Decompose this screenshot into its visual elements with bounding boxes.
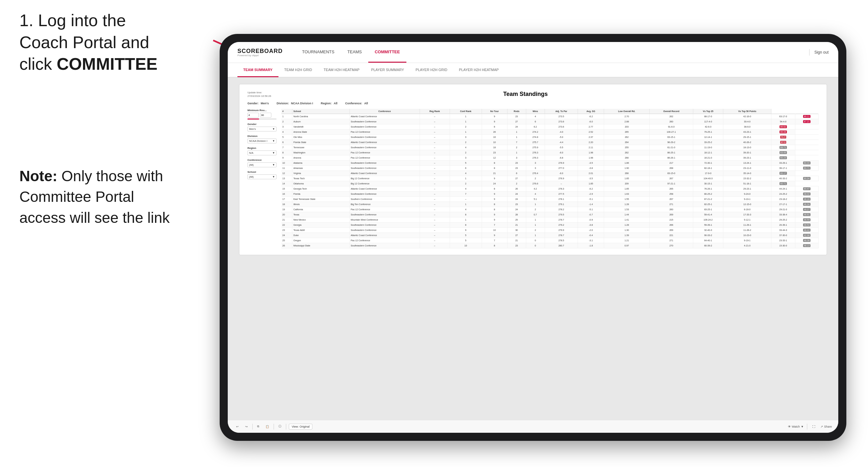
sub-nav-team-h2h-grid[interactable]: TEAM H2H GRID	[278, 63, 318, 77]
sub-nav-team-summary[interactable]: TEAM SUMMARY	[238, 63, 278, 77]
table-row: 2AuburnSoutheastern Conference–19276273.…	[281, 119, 818, 124]
logo-area: SCOREBOARD Powered by clippd	[238, 48, 283, 57]
info-btn[interactable]: ⓘ	[277, 424, 283, 430]
nav-item-teams[interactable]: TEAMS	[341, 42, 368, 63]
table-row: 1North CarolinaAtlantic Coast Conference…	[281, 114, 818, 119]
logo-sub: Powered by clippd	[238, 54, 283, 57]
nav-items: TOURNAMENTS TEAMS COMMITTEE	[296, 42, 406, 63]
table-header-row: # School Conference Reg Rank Conf Rank N…	[281, 109, 818, 114]
gender-filter-label: Gender	[247, 123, 277, 126]
redo-btn[interactable]: ↪	[243, 424, 250, 429]
table-row: 16FloridaSoutheastern Conference–7924427…	[281, 191, 818, 197]
sign-out-link[interactable]: Sign out	[814, 50, 829, 55]
filter-region: Region: All	[321, 102, 339, 105]
table-row: 24DukeAtlantic Coast Conference–59271278…	[281, 233, 818, 238]
copy-btn[interactable]: ⧉	[255, 424, 261, 429]
filter-division: Division: NCAA Division I	[277, 102, 314, 105]
nav-item-tournaments[interactable]: TOURNAMENTS	[296, 42, 341, 63]
filter-group-min-rounds: Minimum Rou...	[247, 109, 277, 120]
share-btn[interactable]: ↗ Share	[820, 425, 832, 428]
table-row: 20TexasSoutheastern Conference–89280.727…	[281, 212, 818, 217]
th-low-rd: Low Overall Rd.	[604, 109, 650, 114]
nav-item-committee[interactable]: COMMITTEE	[368, 42, 406, 63]
undo-btn[interactable]: ↩	[234, 424, 241, 429]
th-vs-top-25: Vs Top 25	[693, 109, 723, 114]
update-time-area: Update time: 27/03/2024 16:56:26	[247, 91, 271, 98]
table-row: 25OregonPac-12 Conference–57210278.5-3.1…	[281, 238, 818, 243]
fullscreen-btn[interactable]: ⛶	[810, 424, 817, 429]
update-time-value: 27/03/2024 16:56:26	[247, 94, 271, 98]
th-overall-record: Overall Record	[650, 109, 693, 114]
toolbar-divider-2	[274, 424, 274, 430]
region-filter-label: Region	[247, 147, 277, 150]
table-row: 3VanderbiltSoutheastern Conference–28246…	[281, 124, 818, 129]
panel-header: Update time: 27/03/2024 16:56:26 Team St…	[247, 91, 818, 98]
th-rnds: Rnds	[507, 109, 526, 114]
sub-nav-player-summary[interactable]: PLAYER SUMMARY	[365, 63, 410, 77]
step-bold: COMMITTEE	[57, 55, 158, 73]
th-avg-sg: Avg. SG	[578, 109, 604, 114]
bottom-toolbar: ↩ ↪ ⧉ 📋 ⓘ View: Original 👁 Watch ▼ ⛶ ↗	[228, 420, 838, 433]
table-row: 9ArizonaPac-12 Conference–3123276.3-6.81…	[281, 155, 818, 160]
toolbar-divider-3	[286, 424, 286, 430]
table-row: 15Georgia TechAtlantic Coast Conference–…	[281, 186, 818, 191]
table-row: 22GeorgiaSoutheastern Conference–8721127…	[281, 222, 818, 228]
paste-btn[interactable]: 📋	[264, 424, 271, 429]
table-row: 14OklahomaBig 12 Conference–2242276.6–1.…	[281, 181, 818, 186]
th-school: School	[292, 109, 349, 114]
min-input[interactable]	[247, 113, 259, 118]
table-row: 11ArkansasSoutheastern Conference–682332…	[281, 166, 818, 171]
instruction-area: 1. Log into the Coach Portal and click C…	[20, 10, 175, 228]
table-row: 8WashingtonPac-12 Conference–2231276.3-6…	[281, 150, 818, 155]
school-filter-label: School	[247, 170, 277, 174]
view-original-btn[interactable]: View: Original	[289, 424, 312, 430]
sub-nav: TEAM SUMMARY TEAM H2H GRID TEAM H2H HEAT…	[228, 63, 838, 77]
share-icon: ↗	[820, 425, 823, 428]
th-conference: Conference	[349, 109, 420, 114]
min-rounds-label: Minimum Rou...	[247, 109, 277, 112]
filter-group-conference: Conference (All) ▼	[247, 159, 277, 167]
th-adj-to-par: Adj. To Par	[545, 109, 578, 114]
table-row: 12VirginiaAtlantic Coast Conference–4216…	[281, 171, 818, 176]
toolbar-divider-4	[807, 424, 807, 430]
main-content: Update time: 27/03/2024 16:56:26 Team St…	[228, 77, 838, 420]
content-panel: Update time: 27/03/2024 16:56:26 Team St…	[239, 84, 827, 255]
max-input[interactable]	[260, 113, 271, 118]
filter-group-gender: Gender Men's ▼	[247, 123, 277, 131]
sub-nav-player-h2h-grid[interactable]: PLAYER H2H GRID	[410, 63, 453, 77]
table-area: # School Conference Reg Rank Conf Rank N…	[281, 109, 818, 248]
table-row: 19CaliforniaPac-12 Conference–48242278.2…	[281, 207, 818, 212]
division-filter-input[interactable]: NCAA Division I ▼	[247, 138, 277, 144]
filter-conference: Conference: All	[345, 102, 369, 105]
toolbar-right: 👁 Watch ▼ ⛶ ↗ Share	[788, 424, 832, 430]
note-text: Note: Only those with Committee Portal a…	[20, 166, 175, 228]
th-reg-rank: Reg Rank	[420, 109, 450, 114]
toolbar-divider-1	[252, 424, 253, 430]
chevron-down-icon: ▼	[801, 425, 804, 428]
eye-icon: 👁	[788, 425, 791, 428]
table-row: 26Mississippi StateSoutheastern Conferen…	[281, 243, 818, 248]
table-row: 10AlabamaSoutheastern Conference–5823327…	[281, 160, 818, 166]
table-row: 23Texas A&MSoutheastern Conference–91030…	[281, 228, 818, 233]
filter-group-region: Region N/A ▼	[247, 147, 277, 155]
watch-btn[interactable]: 👁 Watch ▼	[788, 425, 804, 428]
tablet: SCOREBOARD Powered by clippd TOURNAMENTS…	[220, 34, 846, 441]
panel-title: Team Standings	[271, 91, 780, 97]
table-row: 13Texas TechBig 12 Conference–19272276.9…	[281, 176, 818, 181]
th-rank: #	[281, 109, 292, 114]
th-wins: Wins	[526, 109, 545, 114]
school-filter-input[interactable]: (All) ▼	[247, 175, 277, 179]
region-filter-input[interactable]: N/A ▼	[247, 151, 277, 155]
gender-filter-input[interactable]: Men's ▼	[247, 127, 277, 131]
filter-slider	[247, 119, 277, 120]
update-time-label: Update time:	[247, 91, 271, 94]
table-row: 21New MexicoMountain West Conference–192…	[281, 217, 818, 222]
sub-nav-team-h2h-heatmap[interactable]: TEAM H2H HEATMAP	[318, 63, 365, 77]
conference-filter-input[interactable]: (All) ▼	[247, 162, 277, 167]
filter-range	[247, 113, 277, 118]
filters-panel: Minimum Rou... Gender	[247, 109, 277, 248]
filter-slider-fill	[247, 119, 259, 120]
filter-bar: Gender: Men's Division: NCAA Division I …	[247, 102, 818, 105]
conference-filter-label: Conference	[247, 159, 277, 161]
sub-nav-player-h2h-heatmap[interactable]: PLAYER H2H HEATMAP	[453, 63, 504, 77]
